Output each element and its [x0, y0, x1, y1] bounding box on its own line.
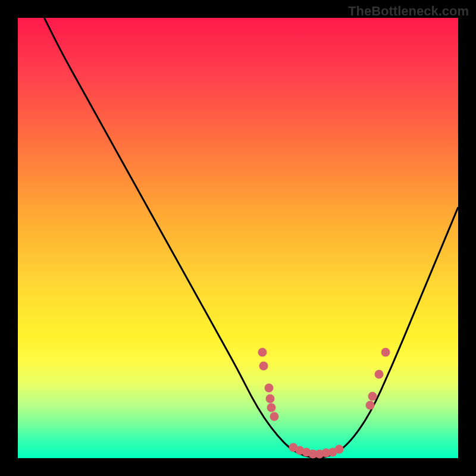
watermark-text: TheBottleneck.com — [348, 4, 469, 19]
data-point — [366, 401, 375, 410]
data-point — [270, 412, 278, 421]
chart-data-points — [18, 18, 458, 458]
data-point — [381, 348, 390, 357]
data-point — [335, 445, 344, 454]
data-point — [368, 392, 377, 401]
data-point — [258, 348, 267, 357]
data-point — [374, 370, 383, 379]
data-point — [264, 383, 273, 392]
data-point — [266, 394, 275, 403]
data-point — [259, 361, 268, 370]
data-point — [267, 403, 276, 412]
